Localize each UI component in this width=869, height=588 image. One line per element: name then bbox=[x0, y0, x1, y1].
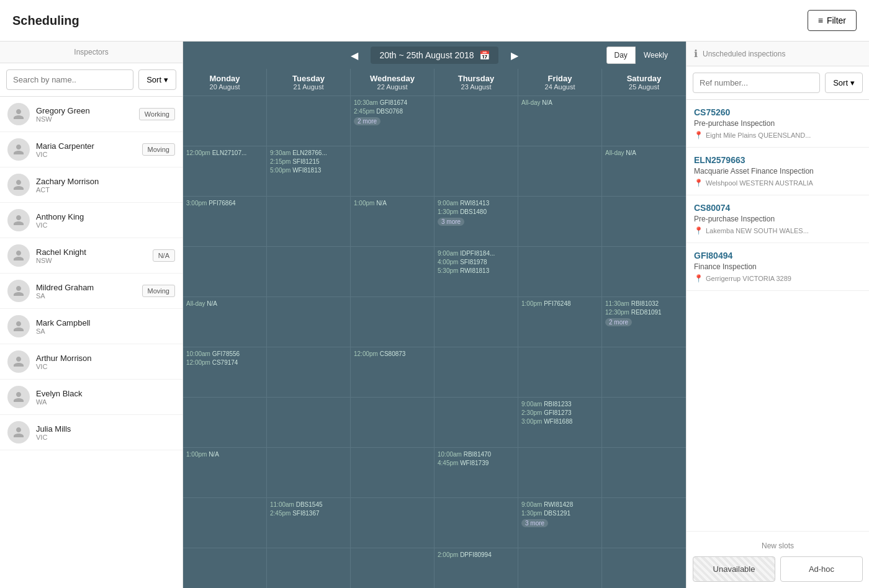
inspection-ref: ELN2579663 bbox=[694, 155, 862, 165]
inspector-item[interactable]: Gregory Green NSW Working bbox=[0, 97, 182, 132]
inspector-item[interactable]: Mark Campbell SA bbox=[0, 309, 182, 344]
calendar-cell[interactable]: 11:30am RBI8103212:30pm RED810912 more bbox=[602, 297, 686, 347]
calendar-cell[interactable] bbox=[602, 247, 686, 296]
calendar-cell[interactable]: 10:30am GFI816742:45pm DBS07682 more bbox=[351, 96, 434, 146]
calendar-cell[interactable] bbox=[267, 96, 351, 146]
calendar-cell[interactable] bbox=[267, 197, 351, 246]
calendar-cell[interactable] bbox=[183, 247, 267, 296]
unavailable-button[interactable]: Unavailable bbox=[693, 556, 775, 582]
calendar-cell[interactable] bbox=[518, 448, 602, 497]
inspector-item[interactable]: Maria Carpenter VIC Moving bbox=[0, 132, 182, 167]
calendar-cell[interactable]: 1:00pm N/A bbox=[183, 448, 267, 497]
calendar-cell[interactable] bbox=[602, 448, 686, 497]
calendar-cell[interactable]: 9:30am ELN28766...2:15pm SFI812155:00pm … bbox=[267, 146, 351, 196]
inspection-card[interactable]: CS80074 Pre-purchase Inspection 📍 Lakemb… bbox=[687, 195, 869, 243]
calendar-cell[interactable] bbox=[351, 146, 434, 196]
calendar-cell[interactable] bbox=[518, 197, 602, 246]
calendar-cell[interactable] bbox=[434, 96, 518, 146]
calendar-cell[interactable] bbox=[518, 247, 602, 296]
calendar-cell[interactable] bbox=[434, 498, 518, 548]
calendar-cell[interactable]: 10:00am RBI814704:45pm WFI81739 bbox=[434, 448, 518, 497]
inspector-item[interactable]: Zachary Morrison ACT bbox=[0, 167, 182, 203]
calendar-cell[interactable]: 12:00pm CS80873 bbox=[351, 347, 434, 397]
calendar-cell[interactable] bbox=[267, 398, 351, 447]
calendar-cell[interactable] bbox=[351, 498, 434, 548]
calendar-cell[interactable]: 12:00pm ELN27107... bbox=[183, 146, 267, 196]
calendar-cell[interactable] bbox=[434, 297, 518, 347]
inspection-card[interactable]: GFI80494 Finance Inspection 📍 Gerrigerru… bbox=[687, 243, 869, 291]
calendar-cell[interactable] bbox=[351, 297, 434, 347]
inspector-item[interactable]: Evelyn Black WA bbox=[0, 380, 182, 415]
calendar-cell[interactable]: 1:00pm N/A bbox=[351, 197, 434, 246]
calendar-cell[interactable]: 9:00am IDPFI8184...4:00pm SFI819785:30pm… bbox=[434, 247, 518, 296]
view-weekly-button[interactable]: Weekly bbox=[636, 47, 676, 64]
calendar-row: 12:00pm ELN27107...9:30am ELN28766...2:1… bbox=[183, 146, 686, 197]
inspection-card[interactable]: ELN2579663 Macquarie Asset Finance Inspe… bbox=[687, 148, 869, 195]
filter-button[interactable]: ≡ Filter bbox=[808, 10, 857, 31]
inspector-name: Mark Campbell bbox=[36, 318, 175, 327]
more-badge[interactable]: 2 more bbox=[354, 117, 380, 125]
inspector-item[interactable]: Anthony King VIC bbox=[0, 203, 182, 238]
calendar-icon[interactable]: 📅 bbox=[479, 50, 490, 60]
calendar-cell[interactable] bbox=[267, 347, 351, 397]
inspector-item[interactable]: Julia Mills VIC bbox=[0, 415, 182, 450]
view-day-button[interactable]: Day bbox=[606, 47, 636, 64]
cell-event: 1:00pm PFI76248 bbox=[521, 300, 598, 308]
calendar-row: All-day N/A1:00pm PFI7624811:30am RBI810… bbox=[183, 297, 686, 347]
calendar-cell[interactable] bbox=[267, 548, 351, 588]
calendar-cell[interactable]: All-day N/A bbox=[602, 146, 686, 196]
cell-event: 10:30am GFI81674 bbox=[354, 99, 431, 107]
calendar-cell[interactable] bbox=[602, 347, 686, 397]
calendar-cell[interactable] bbox=[267, 297, 351, 347]
calendar-cell[interactable] bbox=[351, 548, 434, 588]
calendar-cell[interactable] bbox=[518, 548, 602, 588]
calendar-cell[interactable] bbox=[602, 197, 686, 246]
calendar-cell[interactable] bbox=[434, 347, 518, 397]
calendar-cell[interactable]: 10:00am GFI7855612:00pm CS79174 bbox=[183, 347, 267, 397]
calendar-cell[interactable] bbox=[602, 398, 686, 447]
calendar-cell[interactable] bbox=[602, 96, 686, 146]
calendar-cell[interactable] bbox=[351, 247, 434, 296]
calendar-cell[interactable] bbox=[183, 398, 267, 447]
cell-event: 2:00pm DPFI80994 bbox=[438, 551, 515, 559]
inspector-item[interactable]: Rachel Knight NSW N/A bbox=[0, 238, 182, 274]
calendar-cell[interactable]: 3:00pm PFI76864 bbox=[183, 197, 267, 246]
calendar-cell[interactable] bbox=[602, 548, 686, 588]
ref-search-input[interactable] bbox=[693, 73, 820, 93]
more-badge[interactable]: 3 more bbox=[521, 519, 548, 527]
inspector-info: Zachary Morrison ACT bbox=[36, 177, 175, 194]
inspector-item[interactable]: Arthur Morrison VIC bbox=[0, 344, 182, 380]
prev-week-button[interactable]: ◀ bbox=[346, 47, 363, 64]
calendar-cell[interactable]: All-day N/A bbox=[518, 96, 602, 146]
inspector-item[interactable]: Mildred Graham SA Moving bbox=[0, 274, 182, 309]
status-badge: N/A bbox=[153, 249, 175, 262]
calendar-cell[interactable]: 2:00pm DPFI80994 bbox=[434, 548, 518, 588]
sort-button-right[interactable]: Sort ▾ bbox=[825, 73, 863, 93]
calendar-cell[interactable]: 11:00am DBS15452:45pm SFI81367 bbox=[267, 498, 351, 548]
calendar-cell[interactable] bbox=[434, 398, 518, 447]
calendar-cell[interactable] bbox=[351, 448, 434, 497]
more-badge[interactable]: 2 more bbox=[605, 318, 632, 326]
calendar-cell[interactable] bbox=[183, 96, 267, 146]
calendar-cell[interactable] bbox=[518, 347, 602, 397]
search-input[interactable] bbox=[6, 69, 133, 90]
calendar-cell[interactable] bbox=[267, 247, 351, 296]
calendar-cell[interactable] bbox=[267, 448, 351, 497]
calendar-cell[interactable] bbox=[602, 498, 686, 548]
next-week-button[interactable]: ▶ bbox=[506, 47, 523, 64]
calendar-cell[interactable] bbox=[351, 398, 434, 447]
calendar-cell[interactable] bbox=[183, 548, 267, 588]
calendar-cell[interactable]: All-day N/A bbox=[183, 297, 267, 347]
calendar-cell[interactable] bbox=[183, 498, 267, 548]
calendar-cell[interactable]: 1:00pm PFI76248 bbox=[518, 297, 602, 347]
calendar-cell[interactable] bbox=[518, 146, 602, 196]
calendar-cell[interactable] bbox=[434, 146, 518, 196]
cell-event: 4:45pm WFI81739 bbox=[438, 459, 515, 468]
sort-button-left[interactable]: Sort ▾ bbox=[138, 69, 176, 90]
calendar-cell[interactable]: 9:00am RWI814131:30pm DBS14803 more bbox=[434, 197, 518, 246]
inspection-card[interactable]: CS75260 Pre-purchase Inspection 📍 Eight … bbox=[687, 100, 869, 148]
calendar-cell[interactable]: 9:00am RBI812332:30pm GFI812733:00pm WFI… bbox=[518, 398, 602, 447]
more-badge[interactable]: 3 more bbox=[438, 218, 464, 226]
adhoc-button[interactable]: Ad-hoc bbox=[780, 556, 863, 582]
calendar-cell[interactable]: 9:00am RWI814281:30pm DBS12913 more bbox=[518, 498, 602, 548]
